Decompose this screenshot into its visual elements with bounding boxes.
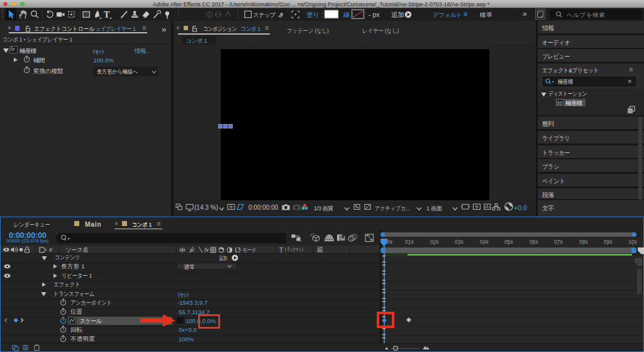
svg-text:モード: モード xyxy=(242,247,257,253)
svg-text:親: 親 xyxy=(317,246,323,253)
svg-text:T: T xyxy=(279,246,284,254)
svg-text:ソース名: ソース名 xyxy=(65,246,88,253)
svg-text:T: T xyxy=(104,10,110,20)
svg-text:fx: fx xyxy=(204,247,209,253)
svg-text:トラックマット: トラックマット xyxy=(284,247,304,253)
svg-text:#: # xyxy=(49,246,53,253)
